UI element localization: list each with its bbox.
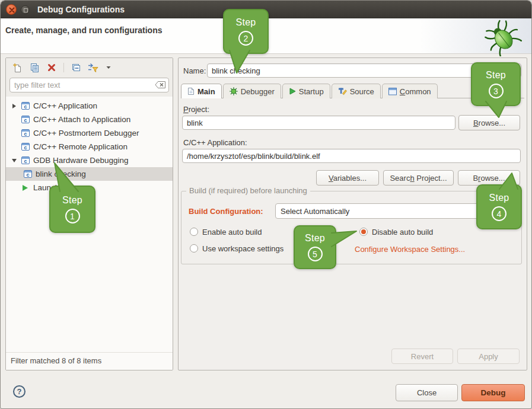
step-5-number: 5 — [308, 247, 323, 261]
tree-item-blink-checking[interactable]: c blink checking — [6, 167, 173, 181]
c-application-icon: c — [21, 143, 30, 151]
name-label: Name: — [183, 66, 206, 75]
build-group-title: Build (if required) before launching — [186, 186, 310, 195]
step-4-callout: Step 4 — [476, 184, 522, 229]
duplicate-icon — [30, 63, 40, 73]
apply-button[interactable]: Apply — [457, 349, 520, 364]
build-configuration-label: Build Configuration: — [189, 207, 263, 216]
expand-collapsed-icon[interactable] — [12, 104, 16, 108]
bug-icon — [478, 17, 525, 56]
tab-debugger[interactable]: Debugger — [223, 84, 281, 98]
banner-heading: Create, manage, and run configurations — [5, 25, 163, 35]
close-button[interactable]: Close — [396, 384, 458, 401]
c-application-icon: c — [24, 170, 32, 178]
step-2-callout: Step 2 — [223, 9, 269, 54]
search-project-button[interactable]: Search Project... — [383, 170, 454, 186]
configurations-toolbar — [9, 61, 169, 74]
expand-expanded-icon[interactable] — [12, 159, 17, 162]
build-configuration-value: Select Automatically — [281, 207, 349, 216]
filter-status-text: Filter matched 8 of 8 items — [6, 352, 173, 370]
startup-tab-icon — [289, 88, 296, 95]
tab-common[interactable]: Common — [382, 84, 438, 98]
toolbar-menu-caret[interactable] — [105, 62, 112, 73]
use-workspace-settings-radio[interactable] — [190, 244, 198, 253]
backspace-icon — [155, 81, 166, 90]
delete-configuration-button[interactable] — [46, 62, 57, 73]
application-input[interactable] — [182, 149, 521, 163]
collapse-all-icon — [71, 63, 81, 73]
close-icon — [8, 7, 15, 14]
filter-launch-configurations-button[interactable] — [88, 62, 98, 73]
collapse-all-button[interactable] — [71, 62, 81, 73]
step-3-number: 3 — [489, 84, 504, 98]
c-application-icon: c — [21, 156, 30, 164]
tab-main[interactable]: Main — [181, 84, 222, 98]
c-application-icon: c — [21, 129, 30, 137]
toolbar-separator — [63, 63, 64, 72]
tree-item-cpp-postmortem[interactable]: c C/C++ Postmortem Debugger — [6, 126, 173, 140]
filter-icon — [88, 63, 98, 73]
tree-item-cpp-remote[interactable]: c C/C++ Remote Application — [6, 140, 173, 154]
tree-item-gdb-hardware-debugging[interactable]: c GDB Hardware Debugging — [6, 154, 173, 167]
tree-item-cpp-application[interactable]: c C/C++ Application — [6, 99, 173, 113]
source-tab-icon — [338, 87, 347, 95]
window-title: Debug Configurations — [37, 1, 125, 18]
launch-group-icon — [23, 185, 28, 191]
enable-auto-build-radio[interactable] — [190, 228, 198, 236]
use-workspace-settings-label: Use workspace settings — [202, 244, 283, 253]
project-label: Project: — [183, 105, 209, 114]
project-browse-button[interactable]: Browse... — [458, 115, 520, 130]
enable-auto-build-label: Enable auto build — [202, 228, 262, 237]
delete-icon — [47, 63, 56, 72]
clear-filter-button[interactable] — [155, 81, 166, 91]
step-4-number: 4 — [492, 206, 506, 221]
tab-source[interactable]: Source — [332, 84, 381, 98]
debugger-tab-icon — [230, 87, 238, 95]
new-configuration-icon — [12, 63, 23, 73]
filter-input[interactable] — [9, 78, 169, 92]
debug-button[interactable]: Debug — [461, 384, 525, 401]
revert-button[interactable]: Revert — [391, 349, 453, 364]
step-1-callout: Step 1 — [49, 186, 95, 233]
variables-button[interactable]: Variables... — [316, 170, 379, 186]
step-5-callout: Step 5 — [294, 225, 336, 269]
chevron-down-icon — [106, 65, 112, 70]
disable-auto-build-label: Disable auto build — [372, 228, 433, 237]
debug-configurations-dialog: Debug Configurations Create, manage, and… — [0, 0, 532, 409]
new-configuration-button[interactable] — [12, 62, 23, 73]
help-button[interactable]: ? — [13, 385, 26, 398]
tab-startup[interactable]: Startup — [282, 84, 330, 98]
step-2-number: 2 — [238, 31, 253, 46]
application-label: C/C++ Application: — [183, 138, 247, 147]
configure-workspace-settings-link[interactable]: Configure Workspace Settings... — [355, 245, 465, 254]
step-3-callout: Step 3 — [471, 62, 521, 106]
c-application-icon: c — [21, 116, 30, 123]
disable-auto-build-radio[interactable] — [359, 228, 368, 236]
application-browse-button[interactable]: Browse... — [458, 170, 520, 186]
project-input[interactable] — [182, 116, 455, 130]
c-application-icon: c — [21, 102, 30, 110]
help-icon: ? — [17, 387, 22, 396]
left-panel-header — [6, 58, 173, 97]
step-1-number: 1 — [65, 209, 80, 223]
tree-item-cpp-attach[interactable]: c C/C++ Attach to Application — [6, 113, 173, 126]
main-tab-icon — [187, 87, 195, 95]
window-restore-button[interactable] — [21, 5, 30, 14]
duplicate-configuration-button[interactable] — [29, 62, 40, 73]
common-tab-icon — [388, 88, 397, 95]
build-before-launch-group: Build (if required) before launching Bui… — [181, 191, 522, 264]
window-close-button[interactable] — [6, 4, 17, 15]
